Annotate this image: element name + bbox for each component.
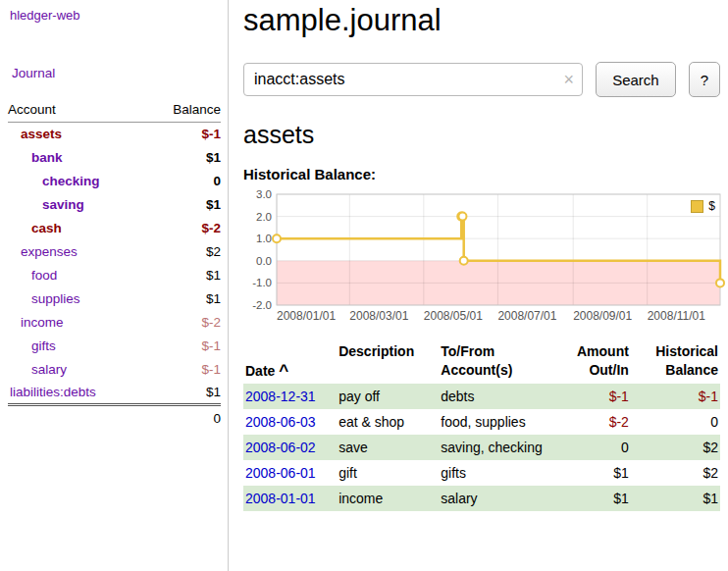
account-link-liabilities-debts[interactable]: liabilities:debts [10, 385, 96, 399]
y-tick-label: 1.0 [256, 233, 272, 244]
account-row: saving $1 [8, 193, 221, 217]
search-input[interactable] [243, 63, 583, 96]
accounts-total: 0 [148, 405, 221, 431]
account-link-supplies[interactable]: supplies [31, 291, 80, 306]
transaction-accounts: salary [439, 486, 547, 511]
register-row: 2008-01-01 income salary $1 $1 [243, 486, 720, 511]
column-header-amount: Amount Out/In [547, 339, 631, 384]
account-link-food[interactable]: food [31, 268, 57, 283]
account-balance: $-1 [148, 335, 221, 358]
transaction-date-link[interactable]: 2008-06-01 [245, 465, 316, 481]
search-button[interactable]: Search [596, 62, 676, 97]
transaction-date-link[interactable]: 2008-01-01 [245, 491, 316, 506]
x-tick-label: 2008/05/01 [424, 309, 483, 323]
x-tick-label: 2008/09/01 [573, 309, 632, 323]
transaction-balance: $1 [631, 486, 720, 511]
account-row: food $1 [8, 264, 221, 287]
transaction-balance: $-1 [631, 384, 720, 409]
account-balance: $-2 [148, 311, 221, 335]
transaction-accounts: saving, checking [439, 435, 547, 460]
account-balance: $1 [148, 146, 221, 170]
help-button[interactable]: ? [689, 62, 720, 97]
account-link-salary[interactable]: salary [31, 362, 67, 377]
transaction-accounts: gifts [439, 460, 547, 486]
sidebar-item-journal[interactable]: Journal [12, 66, 228, 80]
hledger-web-app: hledger-web Journal Account Balance asse… [0, 0, 728, 571]
accounts-header-balance: Balance [148, 100, 221, 123]
clear-search-icon[interactable]: × [564, 69, 575, 90]
y-tick-label: 3.0 [256, 188, 272, 200]
chart-legend: $ [687, 197, 719, 215]
data-point-marker [458, 213, 466, 221]
account-link-saving[interactable]: saving [42, 197, 84, 212]
account-balance: $-1 [148, 123, 221, 146]
account-link-checking[interactable]: checking [42, 174, 100, 188]
account-row: supplies $1 [8, 287, 221, 311]
x-tick-label: 2008/07/01 [497, 309, 556, 323]
column-header-balance: Historical Balance [631, 339, 720, 384]
data-point-marker [460, 257, 468, 265]
register-row: 2008-06-02 save saving, checking 0 $2 [243, 435, 720, 460]
account-balance: $-2 [148, 217, 221, 240]
register-row: 2008-12-31 pay off debts $-1 $-1 [243, 384, 720, 409]
x-tick-label: 2008/01/01 [277, 309, 336, 323]
account-row: salary $-1 [8, 358, 221, 382]
account-balance: 0 [148, 170, 221, 193]
historical-balance-chart: 3.02.01.00.0-1.0-2.02008/01/012008/03/01… [243, 188, 726, 328]
account-link-income[interactable]: income [21, 315, 64, 330]
account-link-gifts[interactable]: gifts [31, 338, 56, 353]
legend-swatch-icon [691, 200, 703, 213]
accounts-total-row: 0 [8, 405, 221, 431]
account-link-cash[interactable]: cash [31, 221, 62, 235]
transaction-balance: 0 [631, 409, 720, 435]
transaction-description: eat & shop [337, 409, 439, 435]
y-tick-label: -1.0 [252, 277, 272, 288]
account-row: income $-2 [8, 311, 221, 335]
x-tick-label: 2008/11/01 [648, 309, 705, 323]
accounts-header-account: Account [8, 100, 148, 123]
account-row: expenses $2 [8, 240, 221, 264]
y-tick-label: -2.0 [252, 299, 272, 311]
transaction-amount: 0 [547, 435, 631, 460]
chart-canvas: 3.02.01.00.0-1.0-2.02008/01/012008/03/01… [243, 188, 726, 328]
account-link-expenses[interactable]: expenses [21, 244, 78, 259]
search-box: × [243, 63, 583, 96]
register-row: 2008-06-01 gift gifts $1 $2 [243, 460, 720, 486]
account-balance: $1 [148, 287, 221, 311]
y-tick-label: 2.0 [256, 211, 272, 223]
account-balance: $2 [148, 240, 221, 264]
register-header-row: Date^ Description To/From Account(s) Amo… [243, 339, 720, 384]
transaction-accounts: debts [439, 384, 547, 409]
column-header-date[interactable]: Date [245, 363, 275, 379]
account-link-assets[interactable]: assets [21, 127, 62, 141]
account-row: bank $1 [8, 146, 221, 170]
app-title-link[interactable]: hledger-web [10, 8, 228, 23]
account-row: liabilities:debts $1 [8, 382, 221, 405]
sidebar: hledger-web Journal Account Balance asse… [0, 0, 229, 571]
transaction-description: save [337, 435, 439, 460]
data-point-marker [716, 279, 724, 286]
transaction-balance: $2 [631, 435, 720, 460]
account-balance: $-1 [148, 358, 221, 382]
register-table: Date^ Description To/From Account(s) Amo… [243, 339, 720, 511]
section-heading: assets [243, 121, 720, 149]
search-bar: × Search ? [243, 62, 720, 97]
transaction-amount: $1 [547, 486, 631, 511]
account-balance: $1 [148, 193, 221, 217]
sort-ascending-icon: ^ [279, 361, 288, 380]
chart-title: Historical Balance: [243, 166, 720, 182]
account-row: assets $-1 [8, 123, 221, 146]
transaction-date-link[interactable]: 2008-12-31 [245, 389, 316, 404]
transaction-date-link[interactable]: 2008-06-02 [245, 440, 316, 455]
x-tick-label: 2008/03/01 [349, 309, 408, 323]
register-row: 2008-06-03 eat & shop food, supplies $-2… [243, 409, 720, 435]
page-title: sample.journal [243, 3, 720, 38]
transaction-amount: $-2 [547, 409, 631, 435]
transaction-amount: $1 [547, 460, 631, 486]
y-tick-label: 0.0 [256, 255, 272, 267]
account-link-bank[interactable]: bank [31, 150, 63, 165]
column-header-accounts: To/From Account(s) [439, 339, 547, 384]
transaction-description: gift [337, 460, 439, 486]
transaction-description: income [337, 486, 439, 511]
transaction-date-link[interactable]: 2008-06-03 [245, 414, 316, 430]
